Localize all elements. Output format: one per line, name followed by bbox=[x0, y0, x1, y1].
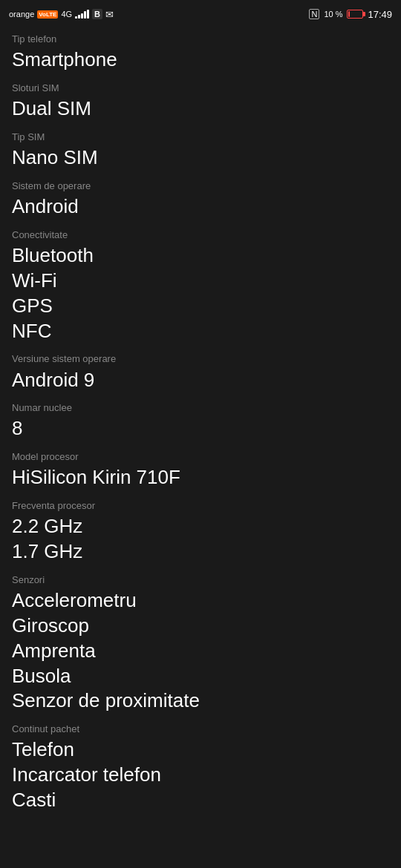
spec-value-conectivitate-0: Bluetooth bbox=[12, 243, 389, 269]
spec-section-versiune-sistem: Versiune sistem operareAndroid 9 bbox=[12, 352, 389, 392]
spec-label-conectivitate: Conectivitate bbox=[12, 228, 389, 242]
spec-value-frecventa-procesor-0: 2.2 GHz bbox=[12, 514, 389, 539]
spec-value-continut-pachet-0: Telefon bbox=[12, 737, 389, 763]
spec-section-continut-pachet: Continut pachetTelefonIncarcator telefon… bbox=[12, 723, 389, 813]
spec-value-senzori-2: Amprenta bbox=[12, 639, 389, 664]
spec-label-sistem-operare: Sistem de operare bbox=[12, 180, 389, 193]
carrier-name: orange bbox=[9, 10, 34, 19]
spec-section-numar-nuclee: Numar nuclee8 bbox=[12, 401, 389, 441]
b-icon: B bbox=[92, 9, 102, 19]
spec-section-sloturi-sim: Sloturi SIMDual SIM bbox=[12, 82, 389, 122]
message-icon: ✉ bbox=[105, 9, 114, 20]
spec-value-frecventa-procesor-1: 1.7 GHz bbox=[12, 539, 389, 565]
spec-label-tip-sim: Tip SIM bbox=[12, 131, 389, 144]
spec-value-senzori-1: Giroscop bbox=[12, 614, 389, 639]
status-bar-left: orange VoLTE 4G B ✉ bbox=[9, 9, 114, 20]
spec-value-conectivitate-2: GPS bbox=[12, 294, 389, 319]
spec-label-continut-pachet: Continut pachet bbox=[12, 723, 389, 736]
spec-value-continut-pachet-2: Casti bbox=[12, 788, 389, 813]
spec-value-conectivitate-1: Wi-Fi bbox=[12, 269, 389, 294]
spec-value-senzori-3: Busola bbox=[12, 664, 389, 689]
spec-value-tip-sim-0: Nano SIM bbox=[12, 145, 389, 171]
spec-value-versiune-sistem-0: Android 9 bbox=[12, 368, 389, 393]
status-bar-right: N 10 % 17:49 bbox=[309, 9, 392, 20]
battery-icon bbox=[347, 10, 363, 19]
content: Tip telefonSmartphoneSloturi SIMDual SIM… bbox=[0, 27, 401, 834]
spec-value-conectivitate-3: NFC bbox=[12, 319, 389, 344]
nfc-icon: N bbox=[309, 9, 319, 19]
spec-section-sistem-operare: Sistem de operareAndroid bbox=[12, 180, 389, 220]
spec-label-versiune-sistem: Versiune sistem operare bbox=[12, 352, 389, 366]
signal-bars bbox=[75, 10, 89, 19]
status-bar: orange VoLTE 4G B ✉ N 10 % 17:49 bbox=[0, 0, 401, 27]
battery-percent: 10 % bbox=[324, 10, 342, 19]
volte-badge: VoLTE bbox=[37, 10, 58, 19]
spec-value-sloturi-sim-0: Dual SIM bbox=[12, 96, 389, 122]
spec-label-model-procesor: Model procesor bbox=[12, 450, 389, 464]
time: 17:49 bbox=[368, 9, 392, 20]
spec-section-model-procesor: Model procesorHiSilicon Kirin 710F bbox=[12, 450, 389, 490]
spec-section-senzori: SenzoriAccelerometruGiroscopAmprentaBuso… bbox=[12, 573, 389, 714]
spec-label-tip-telefon: Tip telefon bbox=[12, 33, 389, 46]
spec-value-sistem-operare-0: Android bbox=[12, 194, 389, 220]
spec-section-tip-sim: Tip SIMNano SIM bbox=[12, 131, 389, 171]
spec-section-frecventa-procesor: Frecventa procesor2.2 GHz1.7 GHz bbox=[12, 499, 389, 565]
spec-label-numar-nuclee: Numar nuclee bbox=[12, 401, 389, 415]
spec-value-model-procesor-0: HiSilicon Kirin 710F bbox=[12, 465, 389, 490]
spec-value-continut-pachet-1: Incarcator telefon bbox=[12, 763, 389, 788]
spec-value-senzori-4: Senzor de proximitate bbox=[12, 688, 389, 714]
spec-value-numar-nuclee-0: 8 bbox=[12, 416, 389, 441]
spec-value-senzori-0: Accelerometru bbox=[12, 588, 389, 614]
spec-value-tip-telefon-0: Smartphone bbox=[12, 47, 389, 73]
spec-section-tip-telefon: Tip telefonSmartphone bbox=[12, 33, 389, 73]
spec-label-senzori: Senzori bbox=[12, 573, 389, 587]
spec-label-sloturi-sim: Sloturi SIM bbox=[12, 82, 389, 95]
spec-label-frecventa-procesor: Frecventa procesor bbox=[12, 499, 389, 513]
signal-type: 4G bbox=[61, 10, 72, 19]
spec-section-conectivitate: ConectivitateBluetoothWi-FiGPSNFC bbox=[12, 228, 389, 343]
